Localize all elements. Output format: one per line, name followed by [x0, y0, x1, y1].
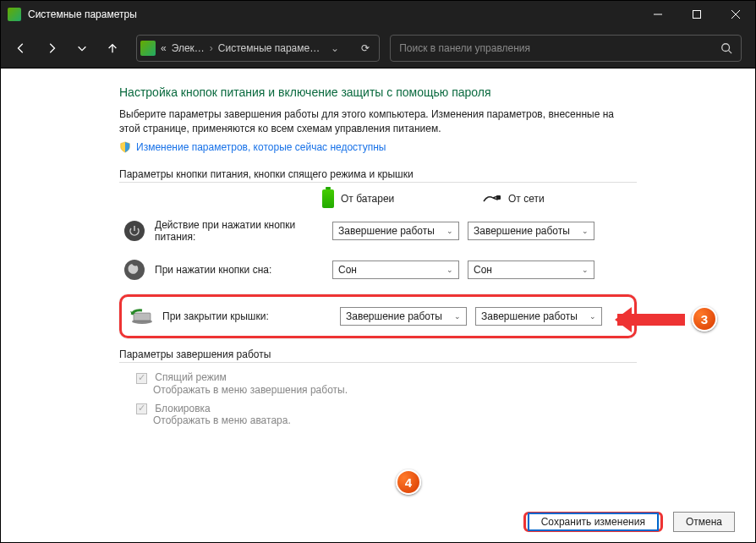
up-button[interactable] — [99, 35, 126, 62]
search-box[interactable]: Поиск в панели управления — [390, 35, 742, 62]
power-button-icon — [123, 219, 146, 243]
app-icon — [8, 8, 21, 21]
chevron-down-icon: ⌄ — [582, 227, 589, 235]
lid-plugged-combo[interactable]: Завершение работы⌄ — [475, 307, 602, 326]
sleep-battery-combo[interactable]: Сон⌄ — [332, 261, 459, 279]
power-battery-combo[interactable]: Завершение работы⌄ — [332, 222, 459, 240]
navbar: « Элек… › Системные параме… ⌄ ⟳ Поиск в … — [1, 28, 755, 69]
highlight-lid-row: При закрытии крышки: Завершение работы⌄ … — [119, 294, 637, 338]
intro-text: Выберите параметры завершения работы для… — [119, 107, 637, 136]
content-area: Настройка кнопок питания и включение защ… — [1, 69, 755, 542]
svg-point-1 — [722, 43, 730, 51]
address-dropdown[interactable]: ⌄ — [325, 42, 345, 54]
check-lock: Блокировка Отображать в меню аватара. — [136, 403, 637, 426]
crumb-1[interactable]: Элек… — [172, 42, 205, 54]
annotation-badge-4: 4 — [396, 469, 421, 495]
bottom-bar: Сохранить изменения Отмена — [523, 512, 735, 532]
section-power-buttons: Параметры кнопки питания, кнопки спящего… — [119, 168, 637, 183]
chevron-down-icon: ⌄ — [446, 227, 453, 235]
chevron-down-icon: ⌄ — [589, 312, 596, 321]
search-icon — [720, 42, 732, 54]
sleep-plugged-combo[interactable]: Сон⌄ — [468, 261, 594, 279]
chevron-down-icon: ⌄ — [454, 312, 461, 321]
battery-icon — [322, 189, 334, 208]
check-sleep: Спящий режим Отображать в меню завершени… — [136, 371, 637, 395]
shield-icon — [119, 141, 131, 153]
column-headers: От батареи От сети — [322, 189, 637, 208]
col-battery: От батареи — [322, 189, 449, 208]
location-icon — [140, 41, 156, 56]
chevron-right-icon: › — [210, 42, 213, 54]
checkbox-lock — [136, 403, 147, 414]
col-plugged: От сети — [483, 193, 610, 205]
forward-button[interactable] — [38, 35, 65, 62]
change-unavailable-link[interactable]: Изменение параметров, которые сейчас нед… — [119, 141, 637, 153]
cancel-button[interactable]: Отмена — [673, 512, 735, 532]
section-shutdown: Параметры завершения работы — [119, 348, 637, 363]
sleep-button-icon — [123, 258, 146, 282]
change-link-text: Изменение параметров, которые сейчас нед… — [136, 141, 386, 153]
window: Системные параметры « Элек… › Системные … — [0, 0, 756, 543]
page-heading: Настройка кнопок питания и включение защ… — [119, 85, 637, 99]
titlebar: Системные параметры — [1, 1, 755, 28]
recent-button[interactable] — [68, 35, 96, 62]
row-power-button: Действие при нажатии кнопки питания: Зав… — [119, 217, 637, 246]
search-placeholder: Поиск в панели управления — [399, 42, 720, 54]
power-plugged-combo[interactable]: Завершение работы⌄ — [468, 222, 594, 240]
refresh-button[interactable]: ⟳ — [355, 42, 375, 54]
minimize-button[interactable] — [638, 1, 677, 28]
row-sleep-label: При нажатии кнопки сна: — [155, 264, 324, 276]
annotation-arrow-3 — [617, 314, 685, 326]
window-title: Системные параметры — [28, 8, 137, 20]
svg-rect-2 — [496, 195, 501, 200]
save-button[interactable]: Сохранить изменения — [528, 513, 659, 531]
maximize-button[interactable] — [677, 1, 716, 28]
row-sleep-button: При нажатии кнопки сна: Сон⌄ Сон⌄ — [119, 255, 637, 284]
row-power-label: Действие при нажатии кнопки питания: — [155, 219, 324, 244]
lid-battery-combo[interactable]: Завершение работы⌄ — [340, 307, 467, 326]
back-button[interactable] — [8, 35, 35, 62]
svg-rect-0 — [693, 11, 701, 19]
save-button-highlight: Сохранить изменения — [523, 512, 663, 532]
annotation-badge-3: 3 — [692, 306, 717, 332]
lid-icon — [130, 304, 154, 328]
chevron-down-icon: ⌄ — [582, 266, 589, 274]
checkbox-sleep — [136, 373, 147, 384]
crumb-2[interactable]: Системные параме… — [218, 42, 320, 54]
svg-rect-7 — [134, 313, 151, 321]
plug-icon — [483, 193, 501, 205]
chevron-down-icon: ⌄ — [446, 266, 453, 274]
address-bar[interactable]: « Элек… › Системные параме… ⌄ ⟳ — [136, 35, 380, 62]
row-lid-close: При закрытии крышки: Завершение работы⌄ … — [127, 302, 629, 331]
row-lid-label: При закрытии крышки: — [162, 310, 331, 322]
close-button[interactable] — [716, 1, 755, 28]
